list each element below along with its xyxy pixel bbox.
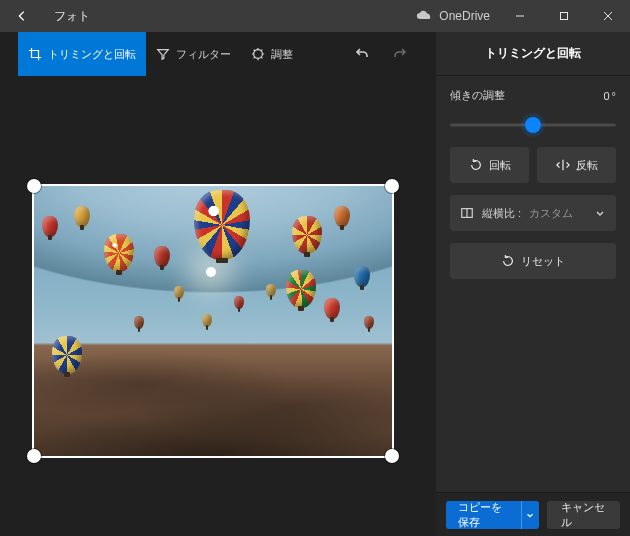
save-copy-split: コピーを保存 <box>446 501 539 529</box>
flip-button[interactable]: 反転 <box>537 147 616 183</box>
crop-handle-top-left[interactable] <box>27 179 41 193</box>
canvas-area[interactable] <box>0 76 436 536</box>
reset-icon <box>501 254 515 268</box>
filter-icon <box>156 47 170 61</box>
save-copy-button[interactable]: コピーを保存 <box>446 501 521 529</box>
window-controls <box>498 0 630 32</box>
maximize-button[interactable] <box>542 0 586 32</box>
panel-title: トリミングと回転 <box>436 32 630 76</box>
tab-filters-label: フィルター <box>176 47 231 62</box>
straighten-value: 0° <box>603 90 616 102</box>
side-panel: トリミングと回転 傾きの調整 0° 回転 <box>436 32 630 536</box>
tab-adjust[interactable]: 調整 <box>241 32 303 76</box>
reset-label: リセット <box>521 254 565 269</box>
content: トリミングと回転 フィルター 調整 <box>0 32 630 536</box>
crop-icon <box>28 47 42 61</box>
undo-button[interactable] <box>343 32 381 76</box>
tab-filters[interactable]: フィルター <box>146 32 241 76</box>
save-copy-dropdown[interactable] <box>521 501 540 529</box>
cloud-icon <box>415 10 433 22</box>
rotate-icon <box>469 158 483 172</box>
crop-frame[interactable] <box>34 186 392 456</box>
rotate-button[interactable]: 回転 <box>450 147 529 183</box>
close-button[interactable] <box>586 0 630 32</box>
slider-thumb[interactable] <box>525 117 541 133</box>
editor-toolbar: トリミングと回転 フィルター 調整 <box>0 32 436 76</box>
chevron-down-icon <box>594 207 606 219</box>
rotate-label: 回転 <box>489 158 511 173</box>
aspect-value: カスタム <box>529 206 573 221</box>
straighten-slider[interactable] <box>450 115 616 135</box>
toolbar-gap <box>303 32 343 76</box>
panel-footer: コピーを保存 キャンセル <box>436 492 630 536</box>
arrow-left-icon <box>15 9 29 23</box>
minimize-button[interactable] <box>498 0 542 32</box>
flip-icon <box>556 158 570 172</box>
rotate-flip-row: 回転 反転 <box>450 147 616 183</box>
crop-handle-bottom-right[interactable] <box>385 449 399 463</box>
aspect-label: 縦横比 : <box>482 206 521 221</box>
straighten-row: 傾きの調整 0° <box>450 88 616 103</box>
crop-handle-bottom-left[interactable] <box>27 449 41 463</box>
chevron-down-icon <box>525 510 535 520</box>
onedrive-indicator[interactable]: OneDrive <box>415 9 490 23</box>
image-ground <box>34 337 392 456</box>
reset-button[interactable]: リセット <box>450 243 616 279</box>
aspect-icon <box>460 206 474 220</box>
tab-crop-rotate-label: トリミングと回転 <box>48 47 136 62</box>
redo-icon <box>392 46 408 62</box>
straighten-number: 0 <box>603 90 609 102</box>
titlebar: フォト OneDrive <box>0 0 630 32</box>
straighten-unit: ° <box>612 90 616 102</box>
panel-body: 傾きの調整 0° 回転 <box>436 76 630 291</box>
undo-icon <box>354 46 370 62</box>
back-button[interactable] <box>0 0 44 32</box>
app-title: フォト <box>54 8 90 25</box>
aspect-ratio-dropdown[interactable]: 縦横比 : カスタム <box>450 195 616 231</box>
tab-adjust-label: 調整 <box>271 47 293 62</box>
onedrive-label: OneDrive <box>439 9 490 23</box>
image-preview <box>34 186 392 456</box>
cancel-button[interactable]: キャンセル <box>547 501 620 529</box>
crop-handle-top-right[interactable] <box>385 179 399 193</box>
svg-rect-0 <box>561 13 568 20</box>
maximize-icon <box>559 11 569 21</box>
editor-area: トリミングと回転 フィルター 調整 <box>0 32 436 536</box>
redo-button[interactable] <box>381 32 419 76</box>
image-sun <box>206 267 216 277</box>
minimize-icon <box>515 11 525 21</box>
straighten-label: 傾きの調整 <box>450 88 505 103</box>
tab-crop-rotate[interactable]: トリミングと回転 <box>18 32 146 76</box>
flip-label: 反転 <box>576 158 598 173</box>
close-icon <box>603 11 613 21</box>
adjust-icon <box>251 47 265 61</box>
